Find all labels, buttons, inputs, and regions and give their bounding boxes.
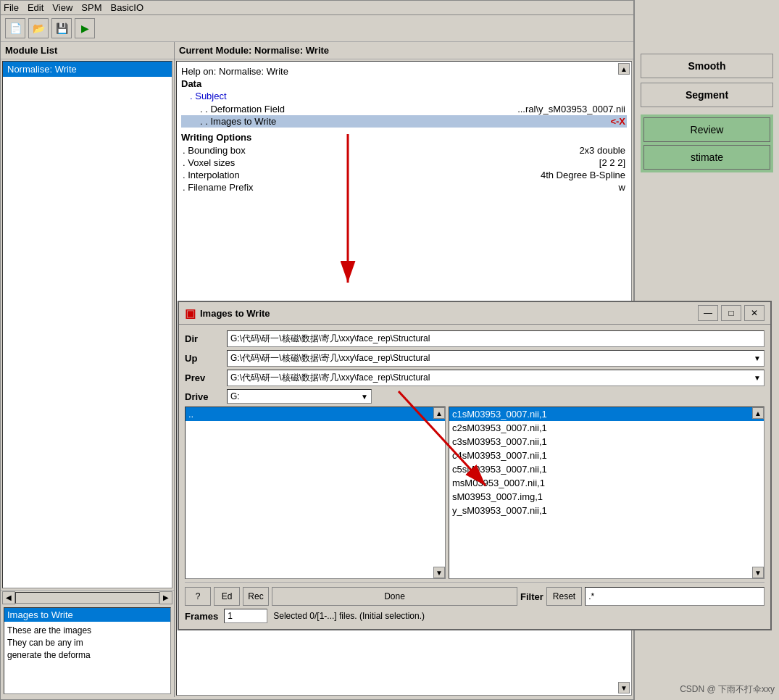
module-list-title: Module List <box>1 42 174 59</box>
dir-input[interactable]: G:\代码\研一\核磁\数据\寄几\xxy\face_rep\Structura… <box>227 330 765 347</box>
content-scroll-up[interactable]: ▲ <box>618 63 630 75</box>
prev-label: Prev <box>185 372 221 383</box>
prev-row: Prev G:\代码\研一\核磁\数据\寄几\xxy\face_rep\Stru… <box>185 370 765 386</box>
deformation-field-row: . . Deformation Field ...ral\y_sM03953_0… <box>181 103 627 115</box>
right-file-item-5[interactable]: msM03953_0007.nii,1 <box>449 476 764 490</box>
green-buttons-group: Review stimate <box>641 114 773 172</box>
filter-label: Filter <box>520 591 543 602</box>
right-file-item-0[interactable]: c1sM03953_0007.nii,1 <box>449 407 764 421</box>
menu-edit[interactable]: Edit <box>28 2 43 13</box>
horizontal-scrollbar[interactable] <box>15 592 159 604</box>
smooth-button[interactable]: Smooth <box>641 54 773 78</box>
toolbar: 📄 📂 💾 ▶ <box>1 15 633 42</box>
right-file-item-2[interactable]: c3sM03953_0007.nii,1 <box>449 435 764 449</box>
filter-input[interactable] <box>585 587 765 606</box>
images-to-write-dialog: ▣ Images to Write — □ ✕ Dir G:\代码\研一\核磁\… <box>178 301 772 630</box>
segment-button[interactable]: Segment <box>641 83 773 107</box>
open-button[interactable]: 📂 <box>28 18 49 38</box>
description-panel: Images to Write These are the images The… <box>4 607 171 694</box>
right-file-item-6[interactable]: sM03953_0007.img,1 <box>449 490 764 504</box>
interpolation-row: . Interpolation 4th Degree B-Spline <box>181 169 627 181</box>
right-file-list[interactable]: c1sM03953_0007.nii,1 c2sM03953_0007.nii,… <box>449 407 765 579</box>
deformation-field-label: . . Deformation Field <box>183 104 285 114</box>
description-title: Images to Write <box>4 608 170 622</box>
dir-row: Dir G:\代码\研一\核磁\数据\寄几\xxy\face_rep\Struc… <box>185 330 765 347</box>
up-dropdown[interactable]: G:\代码\研一\核磁\数据\寄几\xxy\face_rep\Structura… <box>227 350 765 367</box>
dialog-close-button[interactable]: ✕ <box>744 305 765 321</box>
matlab-icon: ▣ <box>185 307 196 320</box>
right-file-item-1[interactable]: c2sM03953_0007.nii,1 <box>449 421 764 435</box>
voxel-sizes-label: . Voxel sizes <box>183 157 235 168</box>
help-button[interactable]: ? <box>185 587 211 606</box>
subject-link[interactable]: . Subject <box>190 91 227 101</box>
new-button[interactable]: 📄 <box>5 18 25 38</box>
voxel-sizes-value: [2 2 2] <box>599 157 625 168</box>
right-scroll-down-button[interactable]: ▼ <box>752 567 764 578</box>
up-value: G:\代码\研一\核磁\数据\寄几\xxy\face_rep\Structura… <box>230 352 430 364</box>
images-to-write-value: <-X <box>610 116 625 127</box>
done-button[interactable]: Done <box>272 587 517 606</box>
dialog-footer: ? Ed Rec Done Filter Reset <box>185 582 765 606</box>
description-text1: These are the images <box>7 625 167 637</box>
module-normalise-write[interactable]: Normalise: Write <box>3 62 172 77</box>
frames-label: Frames <box>185 611 218 622</box>
ed-button[interactable]: Ed <box>214 587 240 606</box>
drive-value: G: <box>230 391 240 401</box>
drive-label: Drive <box>185 391 221 402</box>
new-icon: 📄 <box>9 22 22 34</box>
save-icon: 💾 <box>56 22 68 34</box>
right-file-item-4[interactable]: c5sM03953_0007.nii,1 <box>449 462 764 476</box>
filename-prefix-row: . Filename Prefix w <box>181 181 627 193</box>
help-title-line: Help on: Normalise: Write <box>181 66 627 77</box>
left-scroll-down-button[interactable]: ▼ <box>433 567 445 578</box>
dialog-controls: — □ ✕ <box>698 305 765 321</box>
scroll-right-button[interactable]: ▶ <box>159 591 172 604</box>
left-file-item-dotdot[interactable]: .. <box>186 407 445 421</box>
right-file-item-3[interactable]: c4sM03953_0007.nii,1 <box>449 449 764 462</box>
writing-options-section: Writing Options <box>181 132 627 143</box>
dialog-main-area: .. ▲ ▼ c1sM03953_0007.nii,1 c2sM03953_00… <box>185 407 765 579</box>
selected-status: Selected 0/[1-...] files. (Initial selec… <box>273 611 425 621</box>
up-dropdown-arrow: ▼ <box>754 354 761 362</box>
dialog-body: Dir G:\代码\研一\核磁\数据\寄几\xxy\face_rep\Struc… <box>179 325 770 629</box>
dialog-bottom-row: Frames Selected 0/[1-...] files. (Initia… <box>185 609 765 623</box>
deformation-field-value: ...ral\y_sM03953_0007.nii <box>517 104 625 114</box>
dialog-titlebar: ▣ Images to Write — □ ✕ <box>179 302 770 325</box>
right-file-item-7[interactable]: y_sM03953_0007.nii,1 <box>449 504 764 517</box>
right-scroll-up-button[interactable]: ▲ <box>752 407 764 419</box>
up-row: Up G:\代码\研一\核磁\数据\寄几\xxy\face_rep\Struct… <box>185 350 765 367</box>
data-section: Data <box>181 78 627 89</box>
content-scroll-down[interactable]: ▼ <box>618 682 630 693</box>
filter-reset-button[interactable]: Reset <box>546 587 582 606</box>
rec-button[interactable]: Rec <box>243 587 269 606</box>
dialog-title-text: Images to Write <box>200 308 270 319</box>
filename-prefix-label: . Filename Prefix <box>183 182 254 193</box>
left-scroll-up-button[interactable]: ▲ <box>433 407 445 419</box>
module-list-area[interactable]: Normalise: Write <box>2 61 172 588</box>
bounding-box-row: . Bounding box 2x3 double <box>181 144 627 157</box>
menu-bar: File Edit View SPM BasicIO <box>1 1 633 15</box>
save-button[interactable]: 💾 <box>51 18 72 38</box>
review-button[interactable]: Review <box>643 117 770 142</box>
menu-view[interactable]: View <box>52 2 72 13</box>
description-text2: They can be any im <box>7 637 167 649</box>
menu-basicio[interactable]: BasicIO <box>110 2 143 13</box>
drive-row: Drive G: ▼ <box>185 389 765 404</box>
dir-value: G:\代码\研一\核磁\数据\寄几\xxy\face_rep\Structura… <box>230 333 430 343</box>
left-file-list[interactable]: .. ▲ ▼ <box>185 407 446 579</box>
menu-spm[interactable]: SPM <box>81 2 101 13</box>
bounding-box-value: 2x3 double <box>579 145 625 156</box>
drive-dropdown[interactable]: G: ▼ <box>227 389 372 404</box>
scroll-left-button[interactable]: ◀ <box>2 591 15 604</box>
prev-value: G:\代码\研一\核磁\数据\寄几\xxy\face_rep\Structura… <box>230 372 430 384</box>
bounding-box-label: . Bounding box <box>183 145 246 156</box>
prev-dropdown[interactable]: G:\代码\研一\核磁\数据\寄几\xxy\face_rep\Structura… <box>227 370 765 386</box>
estimate-button[interactable]: stimate <box>643 145 770 170</box>
menu-file[interactable]: File <box>4 2 19 13</box>
run-button[interactable]: ▶ <box>75 18 95 38</box>
dialog-minimize-button[interactable]: — <box>698 305 718 321</box>
images-to-write-row[interactable]: . . Images to Write <-X <box>181 115 627 128</box>
voxel-sizes-row: . Voxel sizes [2 2 2] <box>181 157 627 169</box>
frames-input[interactable] <box>224 609 267 623</box>
dialog-maximize-button[interactable]: □ <box>721 305 741 321</box>
